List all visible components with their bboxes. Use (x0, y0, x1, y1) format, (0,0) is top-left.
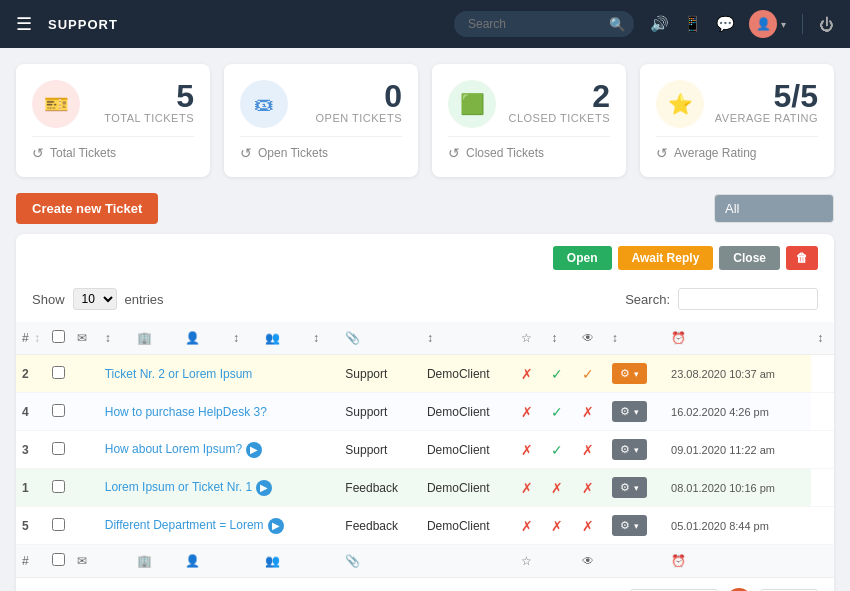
col-x1: ✗ (515, 355, 545, 393)
closed-number: 2 (508, 80, 610, 112)
row-date: 08.01.2020 10:16 pm (665, 469, 811, 507)
rating-number: 5/5 (715, 80, 818, 112)
table-row: 4How to purchase HelpDesk 3?SupportDemoC… (16, 393, 834, 431)
total-footer: ↺ Total Tickets (32, 136, 194, 161)
row-date: 16.02.2020 4:26 pm (665, 393, 811, 431)
foot-select-all[interactable] (52, 553, 65, 566)
filter-select[interactable]: All Open Closed Await Reply (714, 194, 834, 223)
row-email-icon (71, 469, 99, 507)
row-checkbox-cell (46, 431, 71, 469)
btn-await[interactable]: Await Reply (618, 246, 714, 270)
power-icon[interactable]: ⏻ (819, 16, 834, 33)
col-id: # ↕ (16, 322, 46, 355)
total-number: 5 (104, 80, 194, 112)
col-sort1[interactable]: ↕ (99, 322, 131, 355)
table-row: 1Lorem Ipsum or Ticket Nr. 1▶FeedbackDem… (16, 469, 834, 507)
foot-client: 👤 (179, 545, 227, 578)
row-email-icon (71, 431, 99, 469)
row-date: 09.01.2020 11:22 am (665, 431, 811, 469)
col-sort4[interactable]: ↕ (421, 322, 515, 355)
btn-close[interactable]: Close (719, 246, 780, 270)
table-header-row: # ↕ ✉ ↕ 🏢 👤 ↕ 👥 ↕ 📎 ↕ ☆ ↕ 👁 ↕ ⏰ ↕ (16, 322, 834, 355)
row-checkbox[interactable] (52, 404, 65, 417)
btn-delete[interactable]: 🗑 (786, 246, 818, 270)
action-button[interactable]: ⚙ ▾ (612, 401, 647, 422)
col-x1: ✗ (515, 393, 545, 431)
row-checkbox[interactable] (52, 366, 65, 379)
row-client: DemoClient (421, 393, 515, 431)
card-rating: ⭐ 5/5 AVERAGE RATING ↺ Average Rating (640, 64, 834, 177)
ticket-link[interactable]: How to purchase HelpDesk 3? (105, 405, 267, 419)
row-date: 23.08.2020 10:37 am (665, 355, 811, 393)
volume-icon[interactable]: 🔊 (650, 15, 669, 33)
col-status: ✗ (576, 507, 606, 545)
col-sort6[interactable]: ↕ (606, 322, 665, 355)
row-dept: Support (339, 393, 421, 431)
open-footer: ↺ Open Tickets (240, 136, 402, 161)
foot-group: 👥 (259, 545, 307, 578)
row-email-icon (71, 507, 99, 545)
toolbar: Create new Ticket All Open Closed Await … (0, 177, 850, 234)
col-sort2[interactable]: ↕ (227, 322, 259, 355)
ticket-link[interactable]: Different Department = Lorem (105, 518, 264, 532)
foot-time: ⏰ (665, 545, 811, 578)
col-group: 👥 (259, 322, 307, 355)
col-x1: ✗ (515, 507, 545, 545)
ticket-link[interactable]: Lorem Ipsum or Ticket Nr. 1 (105, 480, 252, 494)
search-input[interactable] (454, 11, 634, 37)
entries-select[interactable]: 10 25 50 (73, 288, 117, 310)
table-search: Search: (625, 288, 818, 310)
foot-id: # (16, 545, 46, 578)
row-id: 3 (16, 431, 46, 469)
row-checkbox[interactable] (52, 518, 65, 531)
header: ☰ SUPPORT 🔍 🔊 📱 💬 👤 ▾ ⏻ (0, 0, 850, 48)
row-checkbox[interactable] (52, 480, 65, 493)
action-button[interactable]: ⚙ ▾ (612, 363, 647, 384)
ticket-link[interactable]: How about Lorem Ipsum? (105, 442, 242, 456)
stats-cards: 🎫 5 TOTAL TICKETS ↺ Total Tickets 🎟 0 OP… (0, 48, 850, 177)
closed-label: CLOSED TICKETS (508, 112, 610, 124)
row-checkbox-cell (46, 393, 71, 431)
col-x1: ✗ (515, 469, 545, 507)
table-footer-row: # ✉ 🏢 👤 👥 📎 ☆ 👁 ⏰ (16, 545, 834, 578)
select-all-checkbox[interactable] (52, 330, 65, 343)
table-row: 2Ticket Nr. 2 or Lorem IpsumSupportDemoC… (16, 355, 834, 393)
row-dept: Support (339, 355, 421, 393)
col-sort3[interactable]: ↕ (307, 322, 339, 355)
action-button[interactable]: ⚙ ▾ (612, 515, 647, 536)
col-sort7[interactable]: ↕ (811, 322, 834, 355)
col-status: ✗ (576, 469, 606, 507)
row-title-cell: How about Lorem Ipsum?▶ (99, 431, 340, 469)
btn-open[interactable]: Open (553, 246, 612, 270)
col-check: ✓ (545, 393, 575, 431)
row-client: DemoClient (421, 469, 515, 507)
show-label: Show (32, 292, 65, 307)
foot-email: ✉ (71, 545, 99, 578)
table-search-input[interactable] (678, 288, 818, 310)
action-cell: ⚙ ▾ (606, 431, 665, 469)
row-checkbox-cell (46, 469, 71, 507)
tag-badge: ▶ (256, 480, 272, 496)
col-check: ✓ (545, 431, 575, 469)
total-icon: 🎫 (32, 80, 80, 128)
menu-icon[interactable]: ☰ (16, 13, 32, 35)
row-client: DemoClient (421, 431, 515, 469)
action-cell: ⚙ ▾ (606, 469, 665, 507)
card-closed: 🟩 2 CLOSED TICKETS ↺ Closed Tickets (432, 64, 626, 177)
row-date: 05.01.2020 8:44 pm (665, 507, 811, 545)
action-cell: ⚙ ▾ (606, 355, 665, 393)
chat-icon[interactable]: 💬 (716, 15, 735, 33)
col-check: ✓ (545, 355, 575, 393)
row-id: 5 (16, 507, 46, 545)
mobile-icon[interactable]: 📱 (683, 15, 702, 33)
create-ticket-button[interactable]: Create new Ticket (16, 193, 158, 224)
action-button[interactable]: ⚙ ▾ (612, 439, 647, 460)
closed-icon: 🟩 (448, 80, 496, 128)
row-checkbox[interactable] (52, 442, 65, 455)
col-sort5[interactable]: ↕ (545, 322, 575, 355)
action-button[interactable]: ⚙ ▾ (612, 477, 647, 498)
ticket-link[interactable]: Ticket Nr. 2 or Lorem Ipsum (105, 367, 253, 381)
user-menu[interactable]: 👤 ▾ (749, 10, 786, 38)
search-icon[interactable]: 🔍 (609, 17, 626, 32)
tag-badge: ▶ (268, 518, 284, 534)
